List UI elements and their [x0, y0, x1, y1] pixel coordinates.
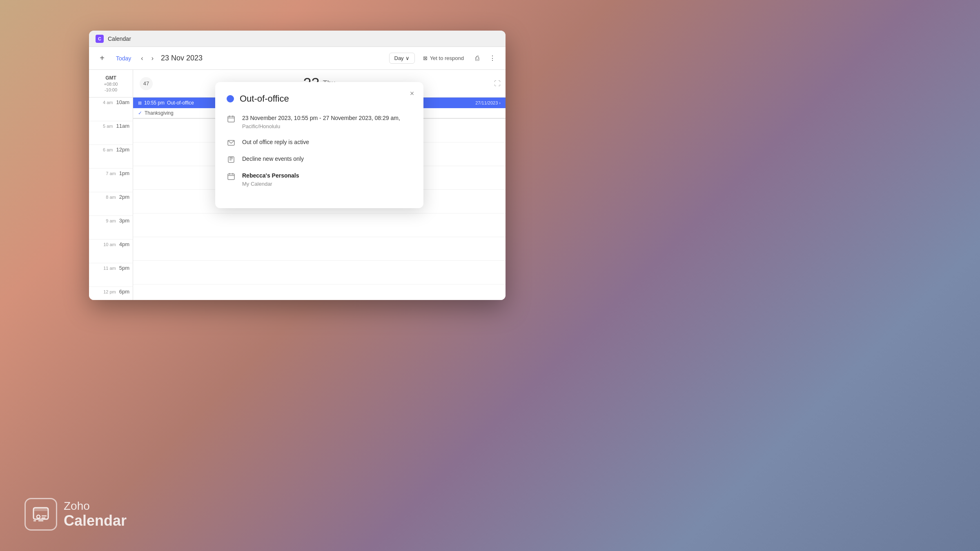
time-slot: 4 am 10am: [89, 98, 133, 121]
popup-calendar-content: Rebecca's Personals My Calendar: [242, 171, 299, 188]
print-button[interactable]: ⎙: [472, 53, 483, 64]
gmt-offset2: -10:00: [105, 87, 117, 92]
oof-label: Out-of-office: [167, 100, 194, 106]
svg-rect-16: [228, 174, 234, 180]
thanksgiving-label: Thanksgiving: [145, 110, 174, 116]
prev-button[interactable]: ‹: [138, 53, 145, 64]
time-slot: 5 am 11am: [89, 121, 133, 145]
main-calendar-area: 47 23 Thu ⛶ ⊠ 10:55 pm Out-of-office 27/…: [133, 70, 506, 300]
zoho-watermark: Zoho Calendar: [24, 498, 127, 531]
time-slot: 10 am 4pm: [89, 240, 133, 263]
week-number-badge: 47: [140, 77, 153, 90]
popup-title: Out-of-office: [240, 93, 289, 104]
event-popup: × Out-of-office: [215, 82, 423, 208]
time-slot: 12 pm 6pm: [89, 287, 133, 300]
popup-mail-icon: [227, 138, 236, 147]
popup-color-dot: [227, 95, 234, 102]
time-slot: 9 am 3pm: [89, 216, 133, 240]
svg-point-2: [37, 515, 40, 518]
popup-decline-icon: [227, 155, 236, 164]
popup-calendar-name: Rebecca's Personals: [242, 171, 299, 180]
oof-time: 10:55 pm: [144, 100, 165, 106]
popup-decline-row: Decline new events only: [227, 155, 412, 164]
gmt-header: GMT +08:00 -10:00: [89, 70, 133, 98]
popup-timezone: Pacific/Honolulu: [242, 122, 400, 131]
time-slot: 8 am 2pm: [89, 192, 133, 216]
today-button[interactable]: Today: [112, 53, 135, 64]
view-mode-button[interactable]: Day ∨: [389, 53, 415, 64]
popup-cal-icon: [227, 172, 236, 181]
time-row: [133, 284, 506, 300]
svg-rect-1: [33, 508, 48, 511]
popup-date-content: 23 November 2023, 10:55 pm - 27 November…: [242, 114, 400, 131]
svg-rect-7: [228, 116, 234, 122]
popup-oof-content: Out of office reply is active: [242, 138, 309, 147]
calendar-body: GMT +08:00 -10:00 4 am 10am 5 am 11am: [89, 70, 506, 300]
zoho-icon: [24, 498, 57, 531]
gmt-times: 4 am 10am 5 am 11am 6 am 12pm: [89, 98, 133, 300]
next-button[interactable]: ›: [149, 53, 156, 64]
time-row: [133, 261, 506, 284]
time-slot: 6 am 12pm: [89, 145, 133, 169]
yet-to-respond-button[interactable]: ⊠ Yet to respond: [418, 53, 469, 63]
title-bar: C Calendar: [89, 31, 506, 47]
gmt-label: GMT: [105, 75, 116, 81]
more-button[interactable]: ⋮: [486, 52, 499, 64]
popup-date-row: 23 November 2023, 10:55 pm - 27 November…: [227, 114, 412, 131]
popup-date-icon: [227, 114, 236, 123]
zoho-brand-text: Zoho Calendar: [64, 500, 127, 529]
time-slot: 7 am 1pm: [89, 169, 133, 192]
popup-title-row: Out-of-office: [227, 93, 412, 104]
oof-end-date: 27/11/2023 ›: [475, 100, 501, 105]
popup-calendar-sub: My Calendar: [242, 180, 299, 188]
popup-oof-row: Out of office reply is active: [227, 138, 412, 147]
current-date: 23 Nov 2023: [161, 54, 203, 62]
popup-calendar-row: Rebecca's Personals My Calendar: [227, 171, 412, 188]
time-row: [133, 237, 506, 261]
calendar-window: C Calendar + Today ‹ › 23 Nov 2023 Day ∨…: [89, 31, 506, 300]
window-title: Calendar: [108, 36, 131, 42]
gmt-sidebar: GMT +08:00 -10:00 4 am 10am 5 am 11am: [89, 70, 133, 300]
add-event-button[interactable]: +: [96, 52, 109, 65]
popup-date-range: 23 November 2023, 10:55 pm - 27 November…: [242, 114, 400, 122]
expand-icon[interactable]: ⛶: [494, 80, 501, 87]
oof-icon: ⊠: [138, 100, 142, 106]
yet-to-respond-icon: ⊠: [423, 55, 428, 61]
thanksgiving-check: ✓: [138, 110, 142, 116]
time-row: [133, 213, 506, 237]
popup-close-button[interactable]: ×: [406, 88, 418, 99]
app-icon: C: [96, 35, 104, 43]
popup-decline-content: Decline new events only: [242, 155, 304, 163]
yet-to-respond-label: Yet to respond: [430, 55, 464, 61]
toolbar: + Today ‹ › 23 Nov 2023 Day ∨ ⊠ Yet to r…: [89, 47, 506, 70]
gmt-offset1: +08:00: [104, 82, 118, 87]
time-slot: 11 am 5pm: [89, 263, 133, 287]
